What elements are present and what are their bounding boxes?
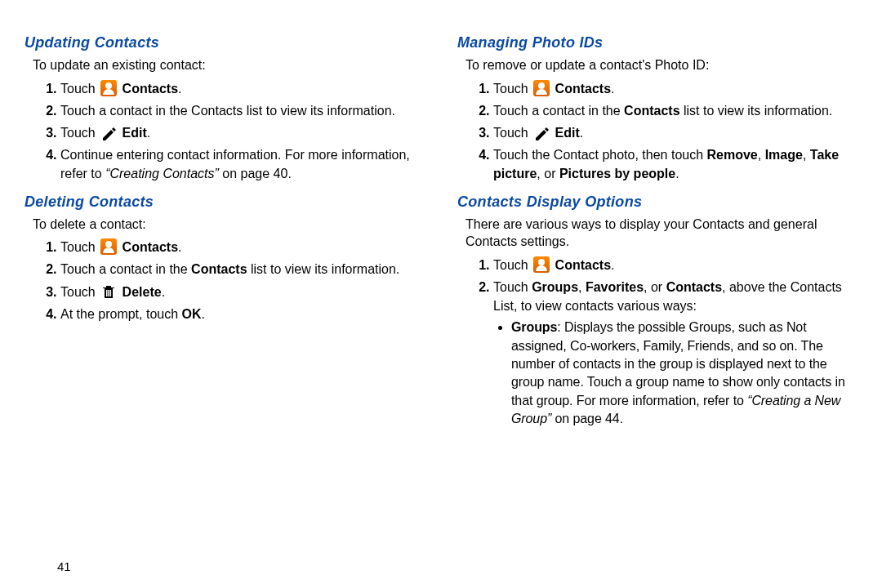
text: Touch	[493, 126, 532, 140]
text: on page 40.	[219, 167, 292, 180]
right-column: Managing Photo IDs To remove or update a…	[457, 24, 858, 437]
text: on page 44.	[551, 412, 623, 425]
text: At the prompt, touch	[60, 307, 182, 321]
intro-updating: To update an existing contact:	[33, 56, 425, 74]
step: Touch Delete.	[60, 283, 425, 301]
contacts-icon	[100, 238, 117, 255]
text: .	[675, 167, 679, 180]
text-bold: Contacts	[666, 280, 722, 294]
text-bold: Contacts	[555, 258, 611, 272]
text: Touch	[60, 82, 99, 96]
step: At the prompt, touch OK.	[60, 305, 425, 323]
text-bold: Contacts	[122, 240, 178, 254]
step: Touch Contacts.	[493, 256, 858, 274]
text-bold: Image	[765, 148, 803, 162]
bullet-list: Groups: Displays the possible Groups, su…	[493, 318, 858, 428]
svg-rect-2	[110, 290, 112, 296]
step: Touch Edit.	[493, 123, 858, 142]
text-bold: Contacts	[555, 82, 611, 96]
text: .	[202, 307, 205, 321]
text: .	[178, 240, 181, 254]
edit-icon	[100, 124, 117, 140]
text: Touch	[493, 258, 532, 272]
text: .	[611, 258, 614, 272]
text: list to view its information.	[680, 104, 833, 118]
heading-managing-photo-ids: Managing Photo IDs	[457, 34, 858, 51]
manual-page: Updating Contacts To update an existing …	[0, 0, 882, 437]
contacts-icon	[533, 256, 550, 273]
text: Touch	[60, 240, 99, 254]
text-bold: Groups	[532, 280, 578, 294]
intro-deleting: To delete a contact:	[33, 216, 425, 234]
text: .	[178, 82, 181, 96]
text: Touch a contact in the	[493, 104, 624, 118]
contacts-icon	[100, 80, 117, 96]
step: Touch a contact in the Contacts list to …	[60, 101, 425, 120]
text-italic: “Creating Contacts”	[105, 167, 219, 180]
text-bold: Edit	[122, 126, 147, 140]
text: Touch	[60, 126, 99, 140]
heading-deleting-contacts: Deleting Contacts	[24, 194, 425, 211]
steps-display: Touch Contacts. Touch Groups, Favorites,…	[457, 256, 858, 429]
heading-updating-contacts: Updating Contacts	[24, 34, 425, 51]
text-bold: Pictures by people	[559, 167, 675, 180]
contacts-icon	[533, 80, 550, 96]
heading-contacts-display-options: Contacts Display Options	[457, 194, 858, 211]
step: Touch a contact in the Contacts list to …	[493, 101, 858, 120]
step: Touch the Contact photo, then touch Remo…	[493, 145, 858, 183]
step: Touch Contacts.	[60, 238, 425, 256]
bullet: Groups: Displays the possible Groups, su…	[511, 318, 858, 428]
left-column: Updating Contacts To update an existing …	[24, 24, 425, 437]
page-number: 41	[57, 559, 71, 573]
text: ,	[578, 280, 586, 294]
delete-icon	[100, 283, 117, 300]
text: , or	[644, 280, 666, 294]
text-bold: Remove	[707, 148, 758, 162]
text: .	[611, 82, 614, 96]
steps-updating: Touch Contacts. Touch a contact in the C…	[24, 79, 425, 184]
text: Touch	[60, 285, 99, 299]
text: .	[147, 126, 150, 140]
text-bold: Favorites	[586, 280, 644, 294]
steps-photoids: Touch Contacts. Touch a contact in the C…	[457, 79, 858, 184]
step: Touch Groups, Favorites, or Contacts, ab…	[493, 278, 858, 429]
text-bold: Delete	[122, 285, 162, 299]
text-bold: OK	[182, 307, 202, 321]
text: Touch	[493, 280, 532, 294]
step: Touch Contacts.	[493, 79, 858, 98]
step: Touch a contact in the Contacts list to …	[60, 260, 425, 278]
text-bold: Contacts	[624, 104, 679, 118]
text: Touch	[493, 82, 532, 96]
text: Touch a contact in the	[60, 262, 191, 276]
text: list to view its information.	[247, 262, 400, 276]
text-bold: Groups	[511, 320, 557, 334]
text: Touch the Contact photo, then touch	[493, 148, 707, 162]
text: ,	[758, 148, 765, 162]
edit-icon	[533, 124, 550, 140]
text-bold: Edit	[555, 126, 580, 140]
intro-display: There are various ways to display your C…	[466, 216, 858, 251]
step: Touch Contacts.	[60, 79, 425, 98]
intro-photoids: To remove or update a contact's Photo ID…	[466, 56, 858, 74]
steps-deleting: Touch Contacts. Touch a contact in the C…	[24, 238, 425, 323]
text-bold: Contacts	[122, 82, 178, 96]
step: Continue entering contact information. F…	[60, 145, 425, 183]
svg-rect-1	[108, 290, 109, 296]
text: , or	[537, 167, 559, 180]
text-bold: Contacts	[191, 262, 247, 276]
step: Touch Edit.	[60, 123, 425, 142]
text: .	[162, 285, 165, 299]
svg-rect-0	[106, 290, 108, 296]
text: ,	[803, 148, 810, 162]
text: .	[580, 126, 583, 140]
